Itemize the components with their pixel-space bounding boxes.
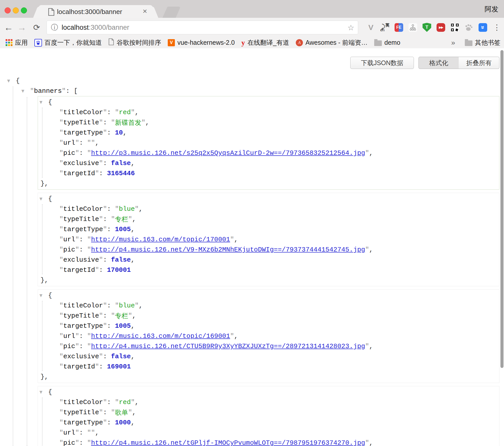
new-tab-button[interactable] xyxy=(162,7,181,18)
json-key: titleColor xyxy=(63,398,103,406)
bookmark-label: 谷歌按时间排序 xyxy=(117,38,161,47)
tab-close-icon[interactable]: × xyxy=(143,7,147,15)
json-line: ▼{ xyxy=(38,194,499,204)
json-line: "titleColor": "red", xyxy=(38,397,499,407)
json-link[interactable]: http://music.163.com/m/topic/170001 xyxy=(91,236,230,243)
json-token: { xyxy=(16,77,20,85)
json-value: 专栏 xyxy=(115,215,128,224)
json-array-item: ▼{"titleColor": "red","typeTitle": "新碟首发… xyxy=(38,96,499,190)
json-token: " xyxy=(103,205,107,213)
qrcode-extension-icon[interactable] xyxy=(450,22,460,33)
chrome-menu-icon[interactable]: ⋮ xyxy=(492,22,502,33)
collapse-toggle-icon[interactable]: ▼ xyxy=(7,79,16,83)
bookmark-apps[interactable]: 应用 xyxy=(6,38,28,47)
json-key: url xyxy=(63,429,75,437)
json-token: " xyxy=(135,205,139,213)
vertical-scrollbar[interactable] xyxy=(500,50,503,368)
bookmark-baidu[interactable]: 百度一下，你就知道 xyxy=(34,38,102,47)
json-token: " xyxy=(59,353,63,360)
json-token: " xyxy=(115,302,119,309)
json-key: typeTitle xyxy=(63,119,99,126)
minimize-window-button[interactable] xyxy=(13,7,19,13)
json-token: " xyxy=(103,109,107,116)
json-line: ▼{ xyxy=(0,76,504,86)
folder-icon xyxy=(465,40,472,46)
json-token: " xyxy=(141,119,145,126)
json-token: : xyxy=(103,119,111,126)
json-link[interactable]: http://p4.music.126.net/tGPljf-IMOCyPvum… xyxy=(91,439,365,446)
bookmark-star-icon[interactable]: ☆ xyxy=(347,23,354,32)
bookmarks-overflow-chevron[interactable]: » xyxy=(451,39,455,47)
json-token: : xyxy=(107,205,115,213)
json-token: " xyxy=(59,322,63,330)
json-key: pic xyxy=(63,343,75,350)
reload-button[interactable]: ⟳ xyxy=(30,18,43,37)
json-value: blue xyxy=(119,205,135,213)
close-window-button[interactable] xyxy=(5,7,11,13)
json-line: "url": "http://music.163.com/m/topic/169… xyxy=(38,331,499,341)
browser-tab[interactable]: localhost:3000/banner × xyxy=(39,5,153,18)
address-bar[interactable]: ⓘ localhost :3000/banner ☆ xyxy=(47,21,358,34)
json-token: , xyxy=(123,129,127,137)
sitemap-extension-icon[interactable] xyxy=(408,22,418,33)
json-token: " xyxy=(99,159,103,167)
json-token: " xyxy=(95,363,99,370)
vue-devtools-icon[interactable]: V xyxy=(366,22,376,33)
json-value: 1005 xyxy=(115,322,131,330)
bookmark-vue-hackernews[interactable]: V vue-hackernews-2.0 xyxy=(168,39,235,46)
json-line: "pic": "http://p4.music.126.net/V9-MXz6b… xyxy=(38,245,499,255)
page-info-icon[interactable]: ⓘ xyxy=(51,23,58,32)
json-token: " xyxy=(87,246,91,254)
bookmark-demo-folder[interactable]: demo xyxy=(374,39,400,46)
json-value: blue xyxy=(119,302,135,309)
fastforward-extension-icon[interactable]: ▶▶ xyxy=(436,22,446,33)
json-line: ▼"banners": [ xyxy=(0,86,504,96)
bookmark-label: demo xyxy=(384,39,400,46)
json-token: }, xyxy=(40,276,48,284)
json-token: , xyxy=(131,226,135,233)
json-link[interactable]: http://p4.music.126.net/CTU5B9R9y3XyYBZX… xyxy=(91,343,365,350)
json-key: pic xyxy=(63,246,75,254)
collapse-toggle-icon[interactable]: ▼ xyxy=(39,100,48,105)
json-token: : xyxy=(107,398,115,406)
fe-extension-icon[interactable]: FE xyxy=(394,22,404,33)
json-line: "pic": "http://p4.music.126.net/CTU5B9R9… xyxy=(38,341,499,351)
bookmark-youdao[interactable]: y 在线翻译_有道 xyxy=(241,38,289,47)
collapse-toggle-icon[interactable]: ▼ xyxy=(39,293,48,298)
page-icon xyxy=(108,38,114,47)
json-token: , xyxy=(131,353,135,360)
tampermonkey-icon[interactable]: T xyxy=(422,22,432,33)
json-token: " xyxy=(59,256,63,264)
json-value: false xyxy=(111,256,131,264)
maximize-window-button[interactable] xyxy=(21,7,27,13)
json-value: 3165446 xyxy=(107,170,135,177)
json-token: " xyxy=(75,139,79,147)
json-link[interactable]: http://p3.music.126.net/s25q2x5QyqsAzilC… xyxy=(91,149,365,157)
forward-button[interactable]: → xyxy=(15,18,29,37)
json-link[interactable]: http://music.163.com/m/topic/169001 xyxy=(91,332,230,340)
collapse-toggle-icon[interactable]: ▼ xyxy=(39,197,48,201)
back-button[interactable]: ← xyxy=(2,18,15,37)
json-token: { xyxy=(48,292,52,299)
other-bookmarks[interactable]: 其他书签 xyxy=(465,38,500,47)
collapse-toggle-icon[interactable]: ▼ xyxy=(21,89,30,93)
json-line: "exclusive": false, xyxy=(38,351,499,362)
json-key: typeTitle xyxy=(63,215,99,223)
json-token: " xyxy=(75,439,79,446)
json-link[interactable]: http://p4.music.126.net/V9-MXz6b2MNhEKju… xyxy=(91,246,365,254)
json-array-item: ▼{"titleColor": "blue","typeTitle": "专栏"… xyxy=(38,193,499,286)
translate-extension-icon[interactable]: ⤸ 英 en xyxy=(380,22,390,33)
json-token: " xyxy=(59,439,63,446)
json-token: , xyxy=(95,139,99,147)
downloads-extension-icon[interactable]: » xyxy=(478,22,488,33)
json-token: " xyxy=(75,246,79,254)
bookmarks-bar: 应用 百度一下，你就知道 谷歌按时间排序 V vue-hackernews-2.… xyxy=(0,37,504,49)
bookmark-awesomes[interactable]: A Awesomes - 前端资… xyxy=(296,38,368,47)
profile-name[interactable]: 阿发 xyxy=(485,5,498,14)
apps-grid-icon xyxy=(6,39,12,46)
bookmark-google-sort[interactable]: 谷歌按时间排序 xyxy=(108,38,161,47)
json-token: " xyxy=(99,312,103,320)
collapse-toggle-icon[interactable]: ▼ xyxy=(39,390,48,394)
paw-extension-icon[interactable] xyxy=(464,22,474,33)
json-key: url xyxy=(63,236,75,243)
